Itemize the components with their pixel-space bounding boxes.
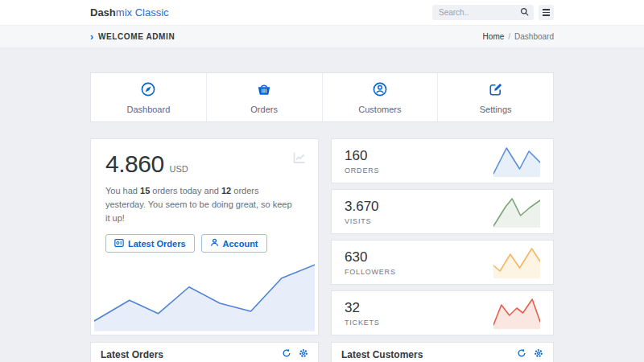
- panel-title: Latest Customers: [341, 349, 423, 360]
- search-box: [432, 5, 534, 20]
- edit-icon: [488, 81, 504, 101]
- user-circle-icon: [372, 81, 388, 101]
- nav-card-customers[interactable]: Customers: [323, 73, 439, 121]
- earnings-card: 4.860 USD You had 15 orders today and 12…: [90, 138, 319, 335]
- earnings-value: 4.860: [105, 150, 164, 178]
- top-header: Dashmix Classic: [0, 0, 644, 26]
- stat-value: 32: [345, 300, 380, 316]
- search-icon: [520, 6, 529, 19]
- stat-value: 3.670: [345, 199, 379, 215]
- hamburger-icon: [543, 9, 550, 16]
- breadcrumb-home-link[interactable]: Home: [483, 32, 505, 41]
- stat-label: TICKETS: [345, 319, 380, 327]
- account-button-label: Account: [223, 239, 258, 249]
- logo-variant: Classic: [132, 6, 169, 19]
- refresh-button[interactable]: [282, 348, 291, 360]
- main-chart: [94, 257, 315, 331]
- followers-sparkline: [493, 246, 540, 278]
- nav-card-orders[interactable]: Orders: [207, 73, 323, 121]
- logo-light: mix: [116, 6, 132, 19]
- earnings-chart: [94, 257, 315, 331]
- stat-card-orders: 160 ORDERS: [331, 138, 554, 183]
- stat-value: 630: [345, 249, 396, 265]
- nav-card-label: Customers: [358, 105, 401, 114]
- app-logo[interactable]: Dashmix Classic: [90, 6, 169, 19]
- refresh-button[interactable]: [517, 348, 526, 360]
- stat-label: VISITS: [345, 217, 379, 225]
- stat-label: ORDERS: [345, 167, 379, 175]
- account-button[interactable]: Account: [201, 234, 267, 253]
- stat-label: FOLLOWERS: [345, 268, 396, 276]
- nav-card-label: Dashboard: [126, 105, 170, 114]
- refresh-icon: [282, 348, 291, 360]
- compass-icon: [140, 81, 156, 101]
- stat-card-tickets: 32 TICKETS: [331, 290, 554, 335]
- stat-card-visits: 3.670 VISITS: [331, 189, 554, 234]
- orders-icon: [114, 239, 124, 249]
- hamburger-menu-button[interactable]: [539, 5, 554, 20]
- latest-orders-panel: Latest Orders: [90, 342, 319, 362]
- visits-sparkline: [493, 195, 540, 228]
- tickets-sparkline: [493, 297, 540, 329]
- basket-icon: [256, 81, 272, 101]
- chart-line-icon: [291, 150, 308, 169]
- earnings-message: You had 15 orders today and 12 orders ye…: [105, 184, 303, 225]
- stat-value: 160: [345, 148, 379, 164]
- settings-button[interactable]: [534, 348, 543, 360]
- stat-card-followers: 630 FOLLOWERS: [331, 240, 554, 285]
- earnings-currency: USD: [170, 164, 188, 174]
- breadcrumb: Home / Dashboard: [483, 32, 554, 41]
- stats-column: 160 ORDERS 3.670 VISITS 630 FOLLOWERS: [331, 138, 554, 335]
- welcome-bar: › WELCOME ADMIN Home / Dashboard: [0, 26, 644, 48]
- latest-orders-button[interactable]: Latest Orders: [105, 234, 195, 253]
- nav-card-dashboard[interactable]: Dashboard: [91, 73, 207, 121]
- nav-card-label: Settings: [480, 105, 512, 114]
- breadcrumb-separator: /: [508, 32, 510, 41]
- settings-button[interactable]: [299, 348, 308, 360]
- orders-sparkline: [493, 145, 540, 177]
- shortcut-cards: Dashboard Orders Customers Settings: [90, 72, 554, 122]
- panel-title: Latest Orders: [101, 349, 163, 360]
- nav-card-settings[interactable]: Settings: [438, 73, 553, 121]
- chevron-right-icon: ›: [90, 32, 93, 42]
- main-content: Dashboard Orders Customers Settings: [0, 48, 644, 362]
- page-title: WELCOME ADMIN: [98, 32, 175, 41]
- refresh-icon: [517, 348, 526, 360]
- gear-icon: [299, 348, 308, 360]
- latest-customers-panel: Latest Customers: [331, 342, 554, 362]
- logo-bold: Dash: [90, 6, 116, 19]
- gear-icon: [534, 348, 543, 360]
- breadcrumb-current: Dashboard: [514, 32, 554, 41]
- search-button[interactable]: [517, 5, 531, 20]
- latest-orders-button-label: Latest Orders: [128, 239, 186, 249]
- person-icon: [210, 238, 219, 249]
- nav-card-label: Orders: [250, 105, 278, 114]
